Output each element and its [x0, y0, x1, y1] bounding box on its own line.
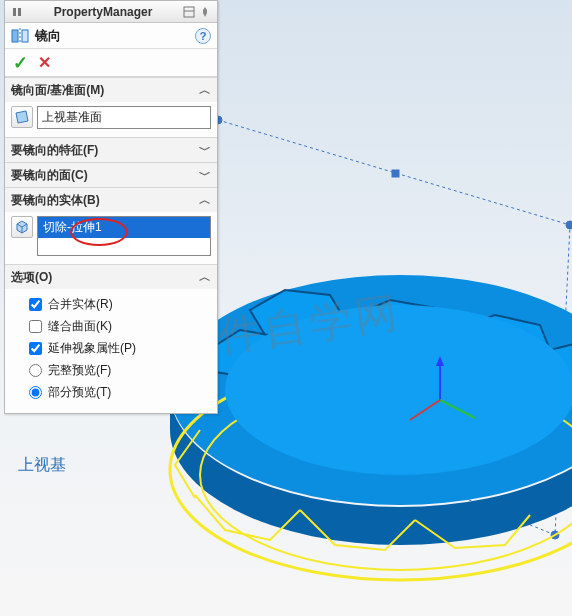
- section-title-bodies: 要镜向的实体(B): [11, 192, 100, 209]
- help-icon[interactable]: ?: [195, 28, 211, 44]
- bodies-listbox[interactable]: 切除-拉伸1: [37, 216, 211, 256]
- section-header-mirror-plane[interactable]: 镜向面/基准面(M) ︿: [5, 78, 217, 102]
- option-merge-bodies[interactable]: 合并实体(R): [29, 293, 211, 315]
- section-header-options[interactable]: 选项(O) ︿: [5, 265, 217, 289]
- chevron-down-icon: ﹀: [199, 142, 211, 159]
- knit-surfaces-checkbox[interactable]: [29, 320, 42, 333]
- section-title-faces: 要镜向的面(C): [11, 167, 88, 184]
- option-partial-preview[interactable]: 部分预览(T): [29, 381, 211, 403]
- knit-surfaces-label: 缝合曲面(K): [48, 318, 112, 335]
- partial-preview-label: 部分预览(T): [48, 384, 111, 401]
- chevron-up-icon: ︿: [199, 82, 211, 99]
- merge-bodies-label: 合并实体(R): [48, 296, 113, 313]
- plane-icon[interactable]: [11, 106, 33, 128]
- feature-title-row: 镜向 ?: [5, 23, 217, 49]
- cancel-button[interactable]: ✕: [38, 53, 51, 72]
- section-options: 选项(O) ︿ 合并实体(R) 缝合曲面(K) 延伸视象属性(P) 完整预览(F…: [5, 264, 217, 413]
- confirm-row: ✓ ✕: [5, 49, 217, 77]
- full-preview-radio[interactable]: [29, 364, 42, 377]
- section-title-mirror-plane: 镜向面/基准面(M): [11, 82, 104, 99]
- pm-header: PropertyManager: [5, 1, 217, 23]
- svg-point-2: [566, 221, 572, 229]
- full-preview-label: 完整预览(F): [48, 362, 111, 379]
- mirror-feature-icon: [11, 27, 29, 45]
- section-title-options: 选项(O): [11, 269, 52, 286]
- feature-label: 镜向: [35, 27, 61, 45]
- svg-rect-5: [392, 170, 399, 177]
- svg-rect-21: [12, 30, 18, 42]
- section-faces: 要镜向的面(C) ﹀: [5, 162, 217, 187]
- svg-marker-24: [16, 111, 28, 123]
- property-manager-panel: PropertyManager 镜向 ? ✓ ✕ 镜向面/基准面(M) ︿: [4, 0, 218, 414]
- svg-rect-19: [184, 7, 194, 17]
- section-header-faces[interactable]: 要镜向的面(C) ﹀: [5, 163, 217, 187]
- mirror-plane-value: 上视基准面: [42, 110, 102, 124]
- plane-label-text: 上视基: [18, 456, 66, 473]
- pin-left-icon[interactable]: [9, 4, 25, 20]
- option-full-preview[interactable]: 完整预览(F): [29, 359, 211, 381]
- chevron-up-icon: ︿: [199, 269, 211, 286]
- section-features: 要镜向的特征(F) ﹀: [5, 137, 217, 162]
- pm-title: PropertyManager: [25, 5, 181, 19]
- chevron-up-icon: ︿: [199, 192, 211, 209]
- svg-point-12: [225, 305, 572, 475]
- svg-rect-18: [18, 8, 21, 16]
- svg-rect-17: [13, 8, 16, 16]
- section-title-features: 要镜向的特征(F): [11, 142, 98, 159]
- chevron-down-icon: ﹀: [199, 167, 211, 184]
- ok-button[interactable]: ✓: [13, 52, 28, 74]
- section-bodies: 要镜向的实体(B) ︿ 切除-拉伸1: [5, 187, 217, 264]
- section-header-bodies[interactable]: 要镜向的实体(B) ︿: [5, 188, 217, 212]
- svg-rect-22: [22, 30, 28, 42]
- option-extend-visual[interactable]: 延伸视象属性(P): [29, 337, 211, 359]
- body-icon[interactable]: [11, 216, 33, 238]
- bodies-selected-item[interactable]: 切除-拉伸1: [38, 217, 210, 238]
- extend-visual-checkbox[interactable]: [29, 342, 42, 355]
- extend-visual-label: 延伸视象属性(P): [48, 340, 136, 357]
- option-knit-surfaces[interactable]: 缝合曲面(K): [29, 315, 211, 337]
- section-header-features[interactable]: 要镜向的特征(F) ﹀: [5, 138, 217, 162]
- mirror-plane-listbox[interactable]: 上视基准面: [37, 106, 211, 129]
- pushpin-icon[interactable]: [197, 4, 213, 20]
- partial-preview-radio[interactable]: [29, 386, 42, 399]
- expand-icon[interactable]: [181, 4, 197, 20]
- merge-bodies-checkbox[interactable]: [29, 298, 42, 311]
- section-mirror-plane: 镜向面/基准面(M) ︿ 上视基准面: [5, 77, 217, 137]
